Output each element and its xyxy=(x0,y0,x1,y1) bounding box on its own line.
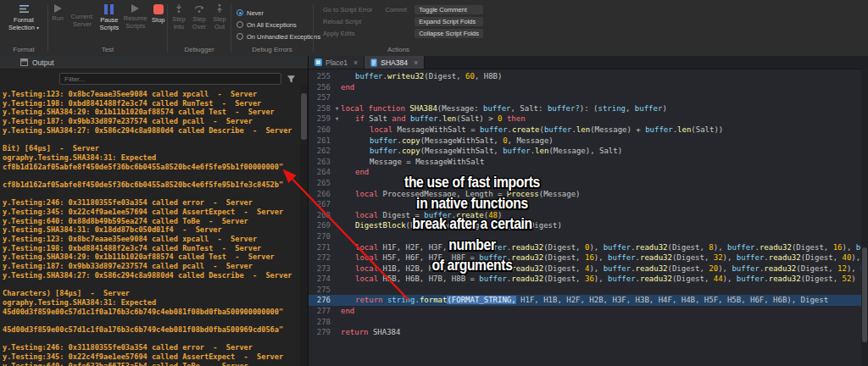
fold-spacer xyxy=(333,146,341,157)
line-number[interactable]: 264 xyxy=(309,167,333,178)
output-scrollbar-thumb[interactable] xyxy=(301,93,307,140)
code-line[interactable]: 262buffer.copy(MessageWithSalt, buffer.l… xyxy=(309,146,868,157)
code-line[interactable]: 266local ProcessedMessage, Length = Proc… xyxy=(309,189,868,200)
code-line[interactable]: 269DigestBlock(ProcessedMessage, Length,… xyxy=(309,220,868,231)
line-number[interactable]: 276 xyxy=(309,295,333,306)
log-line: y.Testing:640: 0x88d8b49b595ea274 called… xyxy=(3,217,299,226)
toggle-comment-button[interactable]: Toggle Comment xyxy=(415,5,483,14)
debug-errors-option-never[interactable]: Never xyxy=(236,8,264,19)
code-line[interactable]: 263Message = MessageWithSalt xyxy=(309,157,868,168)
fold-arrow-icon[interactable]: ▼ xyxy=(333,103,341,114)
debug-errors-option-all-exceptions[interactable]: On All Exceptions xyxy=(236,19,297,30)
tab-place1[interactable]: Place1 × xyxy=(309,56,364,69)
line-number[interactable]: 267 xyxy=(309,199,333,210)
code-line[interactable]: 268local Digest = buffer.create(48) xyxy=(309,210,868,221)
code-line[interactable]: 274local H5B, H6B, H7B, H8B = buffer.rea… xyxy=(309,274,868,285)
line-number[interactable]: 257 xyxy=(309,92,333,103)
log-line: y.Testing:345: 0x22c4f9ae1ee57694 called… xyxy=(3,208,299,217)
line-number[interactable]: 275 xyxy=(309,285,333,296)
line-number[interactable]: 278 xyxy=(309,317,333,328)
code-line[interactable]: 257 xyxy=(309,92,868,103)
line-number[interactable]: 260 xyxy=(309,125,333,136)
line-number[interactable]: 279 xyxy=(309,327,333,338)
code-line[interactable]: 264end xyxy=(309,167,868,178)
line-number[interactable]: 255 xyxy=(309,71,333,82)
pause-scripts-button[interactable]: PauseScripts xyxy=(97,3,121,46)
line-number[interactable]: 269 xyxy=(309,220,333,231)
radio-icon xyxy=(236,21,243,28)
code-line[interactable]: 265 xyxy=(309,178,868,189)
line-number[interactable]: 271 xyxy=(309,242,333,253)
debug-errors-option-unhandled-exceptions[interactable]: On Unhandled Exceptions xyxy=(236,31,320,42)
code-line[interactable]: 279return SHA384 xyxy=(309,327,868,338)
code-line[interactable]: 259▼if Salt and buffer.len(Salt) > 0 the… xyxy=(309,114,868,125)
editor-scrollbar-thumb[interactable] xyxy=(862,247,867,342)
log-line xyxy=(3,280,299,289)
line-number[interactable]: 268 xyxy=(309,210,333,221)
log-line: y.Testing.SHA384:29: 0x1b11b1020af88574 … xyxy=(3,252,299,262)
tab-sha384[interactable]: SHA384 × xyxy=(364,56,425,69)
ribbon-group-format: Format Selection ▾ Format xyxy=(0,0,47,56)
filter-funnel-icon[interactable] xyxy=(287,75,296,84)
filter-input[interactable] xyxy=(59,73,281,85)
code-editor[interactable]: 255buffer.writeu32(Digest, 60, H8B)256en… xyxy=(309,69,868,366)
code-line[interactable]: 270 xyxy=(309,231,868,242)
step-into-icon xyxy=(174,3,184,14)
collapse-script-folds-button[interactable]: Collapse Script Folds xyxy=(415,29,483,38)
line-number[interactable]: 273 xyxy=(309,263,333,274)
close-tab-icon[interactable]: × xyxy=(414,58,418,67)
output-scrollbar[interactable] xyxy=(300,85,308,366)
line-number[interactable]: 259 xyxy=(309,114,333,125)
reload-script-button[interactable]: Reload Script xyxy=(319,17,377,26)
code-line[interactable]: 260local MessageWithSalt = buffer.create… xyxy=(309,125,868,136)
commit-button[interactable]: Commit xyxy=(381,5,411,14)
code-line[interactable]: 258▼local function SHA384(Message: buffe… xyxy=(309,103,868,114)
code-line[interactable]: 278 xyxy=(309,317,868,328)
step-out-button[interactable]: StepOut xyxy=(209,3,230,46)
line-number[interactable]: 277 xyxy=(309,306,333,317)
code-line[interactable]: 272local H5F, H6F, H7F, H8F = buffer.rea… xyxy=(309,252,868,263)
code-line[interactable]: 256end xyxy=(309,82,868,93)
step-into-button[interactable]: StepInto xyxy=(169,3,189,46)
fold-arrow-icon[interactable]: ▼ xyxy=(333,114,341,125)
code-line[interactable]: 271local H1F, H2F, H3F, H4F = buffer.rea… xyxy=(309,242,868,253)
output-title: Output xyxy=(32,58,54,67)
line-number[interactable]: 274 xyxy=(309,274,333,285)
code-line[interactable]: 275 xyxy=(309,285,868,296)
code-line[interactable]: 267 xyxy=(309,199,868,210)
place-icon xyxy=(314,58,322,66)
code-line[interactable]: 277end xyxy=(309,306,868,317)
fold-spacer xyxy=(333,220,341,231)
ribbon-group-label-test: Test xyxy=(48,46,167,56)
go-to-script-error-button[interactable]: Go to Script Error xyxy=(319,5,377,14)
line-number[interactable]: 272 xyxy=(309,252,333,263)
editor-scrollbar[interactable] xyxy=(861,69,868,366)
code-line[interactable]: 273local H1B, H2B, H3B, H4B = buffer.rea… xyxy=(309,263,868,274)
log-line xyxy=(3,190,299,199)
line-number[interactable]: 258 xyxy=(309,103,333,114)
line-number[interactable]: 265 xyxy=(309,178,333,189)
code-line[interactable]: 255buffer.writeu32(Digest, 60, H8B) xyxy=(309,71,868,82)
fold-spacer xyxy=(333,178,341,189)
expand-script-folds-button[interactable]: Expand Script Folds xyxy=(415,17,483,26)
log-line: y.Testing.SHA384:27: 0x586c294c8a9880d4 … xyxy=(3,271,299,280)
output-header[interactable]: Output xyxy=(0,56,308,69)
code-line[interactable]: 261buffer.copy(MessageWithSalt, 0, Messa… xyxy=(309,136,868,147)
fold-spacer xyxy=(333,92,341,103)
line-number[interactable]: 270 xyxy=(309,231,333,242)
run-mode-dropdown[interactable]: Current:Server xyxy=(69,3,96,46)
line-number[interactable]: 261 xyxy=(309,136,333,147)
code-line[interactable]: 276return string.format(FORMAT_STRING, H… xyxy=(309,295,868,306)
line-number[interactable]: 266 xyxy=(309,189,333,200)
resume-scripts-button[interactable]: ResumeScripts xyxy=(123,3,148,46)
apply-edits-button[interactable]: Apply Edits xyxy=(319,29,377,38)
fold-spacer xyxy=(333,167,341,178)
line-number[interactable]: 262 xyxy=(309,146,333,157)
line-number[interactable]: 263 xyxy=(309,157,333,168)
step-over-button[interactable]: StepOver xyxy=(189,3,209,46)
line-number[interactable]: 256 xyxy=(309,82,333,93)
stop-button[interactable]: Stop xyxy=(150,3,167,46)
format-selection-button[interactable]: Format Selection ▾ xyxy=(2,3,46,46)
run-button[interactable]: Run xyxy=(48,3,67,46)
close-tab-icon[interactable]: × xyxy=(353,58,358,67)
